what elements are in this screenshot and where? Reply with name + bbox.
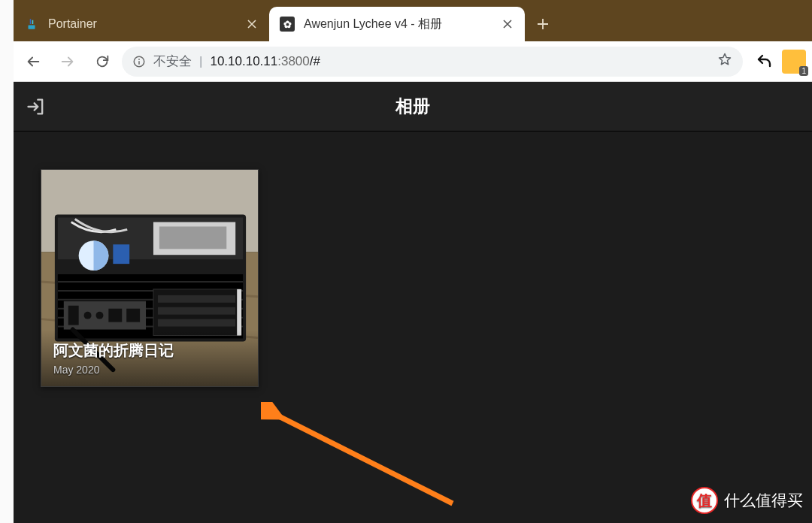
album-overlay: 阿文菌的折腾日记 May 2020	[41, 330, 258, 386]
reload-button[interactable]	[87, 47, 117, 77]
album-date: May 2020	[53, 364, 246, 376]
svg-rect-0	[30, 19, 32, 24]
app-header: 相册	[14, 82, 812, 132]
svg-rect-32	[158, 319, 235, 327]
tab-close-icon[interactable]	[245, 17, 259, 31]
back-button[interactable]	[18, 47, 48, 77]
svg-rect-15	[113, 244, 129, 264]
page-title: 相册	[14, 95, 812, 118]
window-edge-strip	[0, 0, 14, 523]
svg-rect-31	[158, 307, 235, 315]
svg-rect-5	[138, 61, 140, 65]
insecure-label: 不安全	[153, 53, 192, 70]
site-info-icon[interactable]	[132, 55, 146, 68]
url-text: 10.10.10.11:3800/#	[210, 54, 320, 69]
album-title: 阿文菌的折腾日记	[53, 340, 246, 361]
svg-rect-27	[108, 309, 122, 322]
browser-toolbar: 不安全 | 10.10.10.11:3800/# 1	[14, 41, 812, 82]
svg-rect-13	[159, 226, 226, 249]
svg-rect-30	[158, 295, 235, 303]
browser-tab-strip: Portainer ✿ Awenjun Lychee v4 - 相册	[14, 0, 812, 41]
lychee-app: 相册	[14, 82, 812, 523]
watermark: 值 什么值得买	[691, 487, 803, 514]
tab-label: Awenjun Lychee v4 - 相册	[304, 17, 501, 32]
svg-rect-1	[32, 20, 34, 24]
watermark-text: 什么值得买	[724, 490, 803, 511]
lychee-favicon-icon: ✿	[280, 17, 295, 32]
svg-rect-33	[237, 289, 241, 336]
svg-rect-2	[29, 26, 35, 29]
extension-badge-count: 1	[799, 66, 808, 76]
portainer-favicon-icon	[24, 17, 39, 32]
album-grid: 阿文菌的折腾日记 May 2020	[14, 132, 812, 387]
extension-badge-icon[interactable]: 1	[782, 50, 806, 74]
tab-label: Portainer	[48, 17, 245, 31]
svg-rect-24	[68, 306, 79, 325]
forward-button[interactable]	[53, 47, 83, 77]
new-tab-button[interactable]	[529, 11, 556, 38]
annotation-arrow-icon	[261, 402, 464, 515]
address-bar[interactable]: 不安全 | 10.10.10.11:3800/#	[122, 47, 743, 77]
svg-point-4	[138, 59, 140, 60]
address-separator: |	[199, 54, 202, 69]
svg-line-35	[271, 413, 453, 503]
watermark-badge-icon: 值	[691, 487, 718, 514]
browser-tab-portainer[interactable]: Portainer	[14, 7, 269, 41]
browser-tab-lychee[interactable]: ✿ Awenjun Lychee v4 - 相册	[269, 7, 525, 41]
svg-rect-28	[126, 309, 140, 322]
tab-close-icon[interactable]	[501, 17, 514, 31]
svg-point-25	[84, 312, 92, 319]
bookmark-star-icon[interactable]	[717, 52, 732, 71]
svg-point-26	[95, 312, 103, 319]
undo-extension-icon[interactable]	[752, 49, 777, 74]
login-button[interactable]	[14, 82, 59, 132]
album-card[interactable]: 阿文菌的折腾日记 May 2020	[41, 169, 259, 387]
